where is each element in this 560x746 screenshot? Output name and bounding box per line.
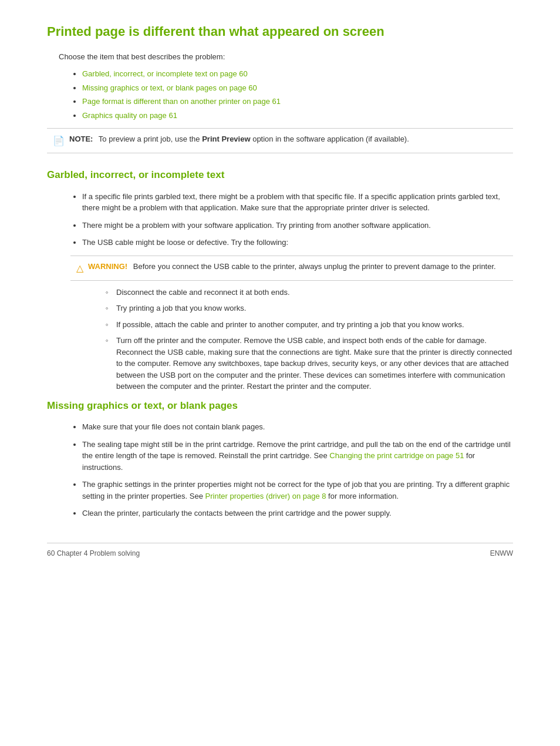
list-item: Clean the printer, particularly the cont… <box>82 508 513 519</box>
warning-text: Before you connect the USB cable to the … <box>133 262 496 271</box>
missing-link[interactable]: Missing graphics or text, or blank pages… <box>82 83 257 92</box>
list-item: The USB cable might be loose or defectiv… <box>82 237 513 248</box>
list-item: If a specific file prints garbled text, … <box>82 191 513 214</box>
list-item: Garbled, incorrect, or incomplete text o… <box>82 68 513 80</box>
warning-icon: △ <box>76 261 83 275</box>
note-label: NOTE: <box>69 135 93 143</box>
warning-label: WARNING! <box>88 262 127 271</box>
missing-section: Missing graphics or text, or blank pages… <box>47 398 513 519</box>
list-item: There might be a problem with your softw… <box>82 220 513 231</box>
list-item: Page format is different than on another… <box>82 96 513 107</box>
list-item: Disconnect the cable and reconnect it at… <box>106 287 513 298</box>
list-item: Turn off the printer and the computer. R… <box>106 335 513 392</box>
garbled-section: Garbled, incorrect, or incomplete text I… <box>47 167 513 392</box>
list-item: Make sure that your file does not contai… <box>82 421 513 433</box>
note-text2: option in the software application (if a… <box>251 135 409 143</box>
list-item: Try printing a job that you know works. <box>106 303 513 314</box>
missing-section-title: Missing graphics or text, or blank pages <box>47 398 513 414</box>
warning-content: WARNING! Before you connect the USB cabl… <box>88 261 496 273</box>
garbled-link[interactable]: Garbled, incorrect, or incomplete text o… <box>82 69 248 78</box>
printer-props-link[interactable]: Printer properties (driver) on page 8 <box>205 492 326 500</box>
sub-bullets-list: Disconnect the cable and reconnect it at… <box>106 287 513 392</box>
bullet-text2: for more information. <box>326 492 399 500</box>
list-item: The sealing tape might still be in the p… <box>82 439 513 473</box>
list-item: Graphics quality on page 61 <box>82 110 513 122</box>
page-title: Printed page is different than what appe… <box>47 23 513 41</box>
list-item: If possible, attach the cable and printe… <box>106 319 513 331</box>
footer-left: 60 Chapter 4 Problem solving <box>47 548 140 559</box>
format-link[interactable]: Page format is different than on another… <box>82 97 281 106</box>
note-box: 📄 NOTE: To preview a print job, use the … <box>47 128 513 153</box>
graphics-link[interactable]: Graphics quality on page 61 <box>82 111 177 120</box>
footer-right: ENWW <box>490 548 513 559</box>
missing-bullets: Make sure that your file does not contai… <box>82 421 513 519</box>
footer: 60 Chapter 4 Problem solving ENWW <box>47 543 513 559</box>
warning-box: △ WARNING! Before you connect the USB ca… <box>70 256 513 281</box>
note-text: To preview a print job, use the <box>99 135 202 143</box>
links-list: Garbled, incorrect, or incomplete text o… <box>82 68 513 121</box>
list-item: The graphic settings in the printer prop… <box>82 479 513 502</box>
cartridge-link[interactable]: Changing the print cartridge on page 51 <box>329 451 464 460</box>
note-bold: Print Preview <box>202 135 250 143</box>
garbled-section-title: Garbled, incorrect, or incomplete text <box>47 167 513 183</box>
garbled-bullets: If a specific file prints garbled text, … <box>82 191 513 248</box>
intro-text: Choose the item that best describes the … <box>59 51 513 63</box>
note-content: NOTE: To preview a print job, use the Pr… <box>69 133 409 145</box>
list-item: Missing graphics or text, or blank pages… <box>82 82 513 94</box>
note-icon: 📄 <box>53 134 65 148</box>
